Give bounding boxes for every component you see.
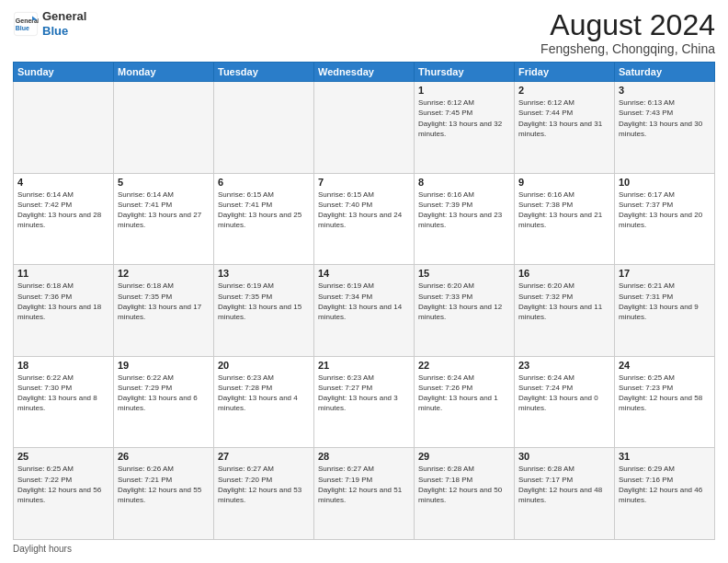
weekday-header: Saturday [615,63,715,82]
day-number: 23 [518,360,610,371]
day-info: Sunrise: 6:23 AMSunset: 7:27 PMDaylight:… [318,373,410,414]
calendar-cell: 3Sunrise: 6:13 AMSunset: 7:43 PMDaylight… [615,82,715,174]
calendar-cell: 15Sunrise: 6:20 AMSunset: 7:33 PMDayligh… [415,265,515,357]
day-number: 30 [518,451,610,462]
day-info: Sunrise: 6:12 AMSunset: 7:44 PMDaylight:… [518,98,610,139]
calendar-cell: 25Sunrise: 6:25 AMSunset: 7:22 PMDayligh… [14,448,114,540]
day-info: Sunrise: 6:20 AMSunset: 7:32 PMDaylight:… [518,281,610,322]
calendar: SundayMondayTuesdayWednesdayThursdayFrid… [13,62,715,540]
header-row: SundayMondayTuesdayWednesdayThursdayFrid… [14,63,715,82]
calendar-cell: 27Sunrise: 6:27 AMSunset: 7:20 PMDayligh… [214,448,314,540]
page: General Blue General Blue August 2024 Fe… [0,0,728,563]
calendar-cell: 31Sunrise: 6:29 AMSunset: 7:16 PMDayligh… [615,448,715,540]
day-number: 26 [118,451,210,462]
day-number: 27 [218,451,310,462]
calendar-cell: 28Sunrise: 6:27 AMSunset: 7:19 PMDayligh… [314,448,415,540]
calendar-cell: 16Sunrise: 6:20 AMSunset: 7:32 PMDayligh… [515,265,615,357]
calendar-week: 18Sunrise: 6:22 AMSunset: 7:30 PMDayligh… [14,356,715,448]
calendar-cell: 19Sunrise: 6:22 AMSunset: 7:29 PMDayligh… [114,356,214,448]
calendar-cell [214,82,314,174]
day-number: 25 [17,451,109,462]
day-number: 14 [318,268,410,279]
calendar-cell: 2Sunrise: 6:12 AMSunset: 7:44 PMDaylight… [515,82,615,174]
day-number: 11 [17,268,109,279]
day-number: 28 [318,451,410,462]
day-info: Sunrise: 6:16 AMSunset: 7:38 PMDaylight:… [518,190,610,231]
top-section: General Blue General Blue August 2024 Fe… [13,9,715,56]
calendar-cell: 14Sunrise: 6:19 AMSunset: 7:34 PMDayligh… [314,265,415,357]
calendar-cell: 11Sunrise: 6:18 AMSunset: 7:36 PMDayligh… [14,265,114,357]
daylight-label: Daylight hours [13,544,72,554]
day-number: 20 [218,360,310,371]
logo-icon: General Blue [13,11,39,37]
day-number: 15 [418,268,510,279]
calendar-cell: 9Sunrise: 6:16 AMSunset: 7:38 PMDaylight… [515,173,615,265]
calendar-cell: 13Sunrise: 6:19 AMSunset: 7:35 PMDayligh… [214,265,314,357]
day-number: 13 [218,268,310,279]
calendar-cell [114,82,214,174]
day-info: Sunrise: 6:21 AMSunset: 7:31 PMDaylight:… [619,281,711,322]
calendar-cell: 4Sunrise: 6:14 AMSunset: 7:42 PMDaylight… [14,173,114,265]
day-info: Sunrise: 6:16 AMSunset: 7:39 PMDaylight:… [418,190,510,231]
main-title: August 2024 [540,9,715,41]
day-info: Sunrise: 6:24 AMSunset: 7:24 PMDaylight:… [518,373,610,414]
day-info: Sunrise: 6:29 AMSunset: 7:16 PMDaylight:… [619,464,711,505]
svg-rect-0 [14,12,37,35]
day-info: Sunrise: 6:27 AMSunset: 7:20 PMDaylight:… [218,464,310,505]
calendar-cell: 29Sunrise: 6:28 AMSunset: 7:18 PMDayligh… [415,448,515,540]
day-number: 21 [318,360,410,371]
day-info: Sunrise: 6:27 AMSunset: 7:19 PMDaylight:… [318,464,410,505]
calendar-cell: 24Sunrise: 6:25 AMSunset: 7:23 PMDayligh… [615,356,715,448]
weekday-header: Sunday [14,63,114,82]
day-number: 6 [218,177,310,188]
calendar-cell: 1Sunrise: 6:12 AMSunset: 7:45 PMDaylight… [415,82,515,174]
day-number: 29 [418,451,510,462]
day-info: Sunrise: 6:19 AMSunset: 7:35 PMDaylight:… [218,281,310,322]
calendar-cell: 21Sunrise: 6:23 AMSunset: 7:27 PMDayligh… [314,356,415,448]
calendar-cell: 30Sunrise: 6:28 AMSunset: 7:17 PMDayligh… [515,448,615,540]
weekday-header: Thursday [415,63,515,82]
day-number: 8 [418,177,510,188]
logo-general: General [42,9,86,24]
day-info: Sunrise: 6:25 AMSunset: 7:23 PMDaylight:… [619,373,711,414]
day-info: Sunrise: 6:28 AMSunset: 7:17 PMDaylight:… [518,464,610,505]
svg-text:Blue: Blue [16,25,29,31]
day-info: Sunrise: 6:15 AMSunset: 7:40 PMDaylight:… [318,190,410,231]
calendar-body: 1Sunrise: 6:12 AMSunset: 7:45 PMDaylight… [14,82,715,540]
day-number: 31 [619,451,711,462]
day-info: Sunrise: 6:22 AMSunset: 7:29 PMDaylight:… [118,373,210,414]
logo-text: General Blue [42,9,86,38]
day-info: Sunrise: 6:13 AMSunset: 7:43 PMDaylight:… [619,98,711,139]
day-info: Sunrise: 6:17 AMSunset: 7:37 PMDaylight:… [619,190,711,231]
calendar-cell [14,82,114,174]
day-info: Sunrise: 6:14 AMSunset: 7:41 PMDaylight:… [118,190,210,231]
day-info: Sunrise: 6:14 AMSunset: 7:42 PMDaylight:… [17,190,109,231]
calendar-week: 1Sunrise: 6:12 AMSunset: 7:45 PMDaylight… [14,82,715,174]
day-info: Sunrise: 6:15 AMSunset: 7:41 PMDaylight:… [218,190,310,231]
calendar-cell: 22Sunrise: 6:24 AMSunset: 7:26 PMDayligh… [415,356,515,448]
day-info: Sunrise: 6:19 AMSunset: 7:34 PMDaylight:… [318,281,410,322]
day-number: 18 [17,360,109,371]
day-number: 16 [518,268,610,279]
calendar-cell: 18Sunrise: 6:22 AMSunset: 7:30 PMDayligh… [14,356,114,448]
day-number: 2 [518,85,610,96]
calendar-cell: 20Sunrise: 6:23 AMSunset: 7:28 PMDayligh… [214,356,314,448]
day-info: Sunrise: 6:25 AMSunset: 7:22 PMDaylight:… [17,464,109,505]
day-number: 7 [318,177,410,188]
calendar-cell: 5Sunrise: 6:14 AMSunset: 7:41 PMDaylight… [114,173,214,265]
day-number: 3 [619,85,711,96]
day-number: 1 [418,85,510,96]
calendar-cell: 8Sunrise: 6:16 AMSunset: 7:39 PMDaylight… [415,173,515,265]
weekday-header: Monday [114,63,214,82]
weekday-header: Tuesday [214,63,314,82]
day-number: 9 [518,177,610,188]
day-number: 4 [17,177,109,188]
footer: Daylight hours [13,544,715,554]
calendar-week: 4Sunrise: 6:14 AMSunset: 7:42 PMDaylight… [14,173,715,265]
calendar-cell: 7Sunrise: 6:15 AMSunset: 7:40 PMDaylight… [314,173,415,265]
day-number: 22 [418,360,510,371]
logo: General Blue General Blue [13,9,86,38]
day-info: Sunrise: 6:28 AMSunset: 7:18 PMDaylight:… [418,464,510,505]
calendar-cell: 10Sunrise: 6:17 AMSunset: 7:37 PMDayligh… [615,173,715,265]
calendar-cell: 6Sunrise: 6:15 AMSunset: 7:41 PMDaylight… [214,173,314,265]
